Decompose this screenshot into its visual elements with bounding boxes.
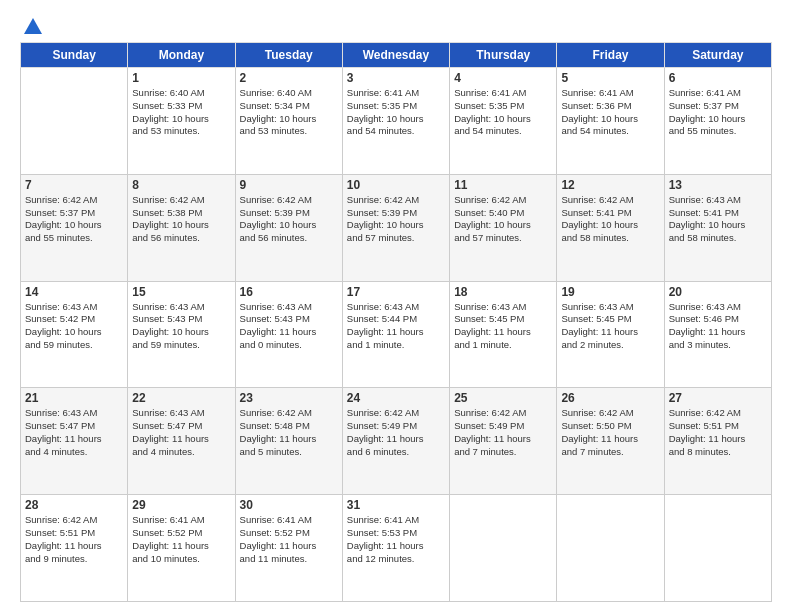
day-number: 25	[454, 391, 552, 405]
cell-content: Sunrise: 6:42 AM Sunset: 5:39 PM Dayligh…	[347, 194, 445, 245]
day-number: 17	[347, 285, 445, 299]
calendar-cell-day-9: 9Sunrise: 6:42 AM Sunset: 5:39 PM Daylig…	[235, 174, 342, 281]
cell-content: Sunrise: 6:42 AM Sunset: 5:51 PM Dayligh…	[25, 514, 123, 565]
day-number: 1	[132, 71, 230, 85]
day-number: 5	[561, 71, 659, 85]
day-number: 14	[25, 285, 123, 299]
calendar-week-3: 14Sunrise: 6:43 AM Sunset: 5:42 PM Dayli…	[21, 281, 772, 388]
calendar-cell-day-13: 13Sunrise: 6:43 AM Sunset: 5:41 PM Dayli…	[664, 174, 771, 281]
day-header-monday: Monday	[128, 43, 235, 68]
calendar-cell-day-6: 6Sunrise: 6:41 AM Sunset: 5:37 PM Daylig…	[664, 68, 771, 175]
day-number: 2	[240, 71, 338, 85]
day-number: 24	[347, 391, 445, 405]
calendar-cell-day-31: 31Sunrise: 6:41 AM Sunset: 5:53 PM Dayli…	[342, 495, 449, 602]
calendar-cell-day-30: 30Sunrise: 6:41 AM Sunset: 5:52 PM Dayli…	[235, 495, 342, 602]
cell-content: Sunrise: 6:43 AM Sunset: 5:45 PM Dayligh…	[454, 301, 552, 352]
cell-content: Sunrise: 6:40 AM Sunset: 5:33 PM Dayligh…	[132, 87, 230, 138]
day-number: 18	[454, 285, 552, 299]
calendar-cell-day-15: 15Sunrise: 6:43 AM Sunset: 5:43 PM Dayli…	[128, 281, 235, 388]
calendar-cell-day-5: 5Sunrise: 6:41 AM Sunset: 5:36 PM Daylig…	[557, 68, 664, 175]
day-number: 7	[25, 178, 123, 192]
calendar-cell-day-25: 25Sunrise: 6:42 AM Sunset: 5:49 PM Dayli…	[450, 388, 557, 495]
calendar-cell-day-10: 10Sunrise: 6:42 AM Sunset: 5:39 PM Dayli…	[342, 174, 449, 281]
day-number: 16	[240, 285, 338, 299]
day-number: 9	[240, 178, 338, 192]
day-number: 28	[25, 498, 123, 512]
cell-content: Sunrise: 6:43 AM Sunset: 5:47 PM Dayligh…	[25, 407, 123, 458]
day-number: 27	[669, 391, 767, 405]
calendar-cell-day-11: 11Sunrise: 6:42 AM Sunset: 5:40 PM Dayli…	[450, 174, 557, 281]
day-header-thursday: Thursday	[450, 43, 557, 68]
calendar-cell-day-7: 7Sunrise: 6:42 AM Sunset: 5:37 PM Daylig…	[21, 174, 128, 281]
cell-content: Sunrise: 6:43 AM Sunset: 5:45 PM Dayligh…	[561, 301, 659, 352]
calendar-cell-day-28: 28Sunrise: 6:42 AM Sunset: 5:51 PM Dayli…	[21, 495, 128, 602]
calendar-week-4: 21Sunrise: 6:43 AM Sunset: 5:47 PM Dayli…	[21, 388, 772, 495]
calendar-cell-day-1: 1Sunrise: 6:40 AM Sunset: 5:33 PM Daylig…	[128, 68, 235, 175]
cell-content: Sunrise: 6:41 AM Sunset: 5:37 PM Dayligh…	[669, 87, 767, 138]
calendar-header-row: SundayMondayTuesdayWednesdayThursdayFrid…	[21, 43, 772, 68]
calendar-week-1: 1Sunrise: 6:40 AM Sunset: 5:33 PM Daylig…	[21, 68, 772, 175]
day-number: 29	[132, 498, 230, 512]
cell-content: Sunrise: 6:42 AM Sunset: 5:49 PM Dayligh…	[454, 407, 552, 458]
calendar-cell-day-26: 26Sunrise: 6:42 AM Sunset: 5:50 PM Dayli…	[557, 388, 664, 495]
cell-content: Sunrise: 6:42 AM Sunset: 5:50 PM Dayligh…	[561, 407, 659, 458]
day-number: 6	[669, 71, 767, 85]
cell-content: Sunrise: 6:41 AM Sunset: 5:53 PM Dayligh…	[347, 514, 445, 565]
calendar-cell-empty	[557, 495, 664, 602]
day-number: 20	[669, 285, 767, 299]
cell-content: Sunrise: 6:43 AM Sunset: 5:44 PM Dayligh…	[347, 301, 445, 352]
calendar-cell-day-2: 2Sunrise: 6:40 AM Sunset: 5:34 PM Daylig…	[235, 68, 342, 175]
calendar-cell-day-21: 21Sunrise: 6:43 AM Sunset: 5:47 PM Dayli…	[21, 388, 128, 495]
calendar-cell-empty	[664, 495, 771, 602]
cell-content: Sunrise: 6:42 AM Sunset: 5:48 PM Dayligh…	[240, 407, 338, 458]
cell-content: Sunrise: 6:41 AM Sunset: 5:35 PM Dayligh…	[347, 87, 445, 138]
cell-content: Sunrise: 6:42 AM Sunset: 5:41 PM Dayligh…	[561, 194, 659, 245]
logo	[20, 16, 44, 34]
calendar-cell-day-24: 24Sunrise: 6:42 AM Sunset: 5:49 PM Dayli…	[342, 388, 449, 495]
day-number: 3	[347, 71, 445, 85]
cell-content: Sunrise: 6:43 AM Sunset: 5:42 PM Dayligh…	[25, 301, 123, 352]
calendar-week-2: 7Sunrise: 6:42 AM Sunset: 5:37 PM Daylig…	[21, 174, 772, 281]
calendar-cell-day-19: 19Sunrise: 6:43 AM Sunset: 5:45 PM Dayli…	[557, 281, 664, 388]
day-header-wednesday: Wednesday	[342, 43, 449, 68]
day-number: 13	[669, 178, 767, 192]
cell-content: Sunrise: 6:42 AM Sunset: 5:40 PM Dayligh…	[454, 194, 552, 245]
svg-marker-0	[24, 18, 42, 34]
calendar-cell-day-16: 16Sunrise: 6:43 AM Sunset: 5:43 PM Dayli…	[235, 281, 342, 388]
day-header-friday: Friday	[557, 43, 664, 68]
cell-content: Sunrise: 6:41 AM Sunset: 5:52 PM Dayligh…	[240, 514, 338, 565]
cell-content: Sunrise: 6:41 AM Sunset: 5:36 PM Dayligh…	[561, 87, 659, 138]
cell-content: Sunrise: 6:40 AM Sunset: 5:34 PM Dayligh…	[240, 87, 338, 138]
calendar-cell-day-27: 27Sunrise: 6:42 AM Sunset: 5:51 PM Dayli…	[664, 388, 771, 495]
cell-content: Sunrise: 6:43 AM Sunset: 5:43 PM Dayligh…	[132, 301, 230, 352]
logo-icon	[22, 16, 44, 38]
cell-content: Sunrise: 6:41 AM Sunset: 5:52 PM Dayligh…	[132, 514, 230, 565]
day-number: 19	[561, 285, 659, 299]
cell-content: Sunrise: 6:42 AM Sunset: 5:38 PM Dayligh…	[132, 194, 230, 245]
calendar-cell-day-8: 8Sunrise: 6:42 AM Sunset: 5:38 PM Daylig…	[128, 174, 235, 281]
calendar-cell-day-17: 17Sunrise: 6:43 AM Sunset: 5:44 PM Dayli…	[342, 281, 449, 388]
cell-content: Sunrise: 6:43 AM Sunset: 5:41 PM Dayligh…	[669, 194, 767, 245]
calendar-cell-day-18: 18Sunrise: 6:43 AM Sunset: 5:45 PM Dayli…	[450, 281, 557, 388]
day-number: 4	[454, 71, 552, 85]
day-number: 8	[132, 178, 230, 192]
day-number: 15	[132, 285, 230, 299]
cell-content: Sunrise: 6:43 AM Sunset: 5:46 PM Dayligh…	[669, 301, 767, 352]
calendar-cell-day-20: 20Sunrise: 6:43 AM Sunset: 5:46 PM Dayli…	[664, 281, 771, 388]
page: SundayMondayTuesdayWednesdayThursdayFrid…	[0, 0, 792, 612]
calendar-cell-empty	[21, 68, 128, 175]
cell-content: Sunrise: 6:42 AM Sunset: 5:51 PM Dayligh…	[669, 407, 767, 458]
day-header-tuesday: Tuesday	[235, 43, 342, 68]
day-number: 10	[347, 178, 445, 192]
cell-content: Sunrise: 6:42 AM Sunset: 5:37 PM Dayligh…	[25, 194, 123, 245]
day-number: 21	[25, 391, 123, 405]
calendar-cell-day-29: 29Sunrise: 6:41 AM Sunset: 5:52 PM Dayli…	[128, 495, 235, 602]
day-header-sunday: Sunday	[21, 43, 128, 68]
cell-content: Sunrise: 6:41 AM Sunset: 5:35 PM Dayligh…	[454, 87, 552, 138]
cell-content: Sunrise: 6:42 AM Sunset: 5:39 PM Dayligh…	[240, 194, 338, 245]
calendar-cell-day-4: 4Sunrise: 6:41 AM Sunset: 5:35 PM Daylig…	[450, 68, 557, 175]
day-number: 11	[454, 178, 552, 192]
calendar-cell-empty	[450, 495, 557, 602]
day-number: 22	[132, 391, 230, 405]
cell-content: Sunrise: 6:43 AM Sunset: 5:43 PM Dayligh…	[240, 301, 338, 352]
